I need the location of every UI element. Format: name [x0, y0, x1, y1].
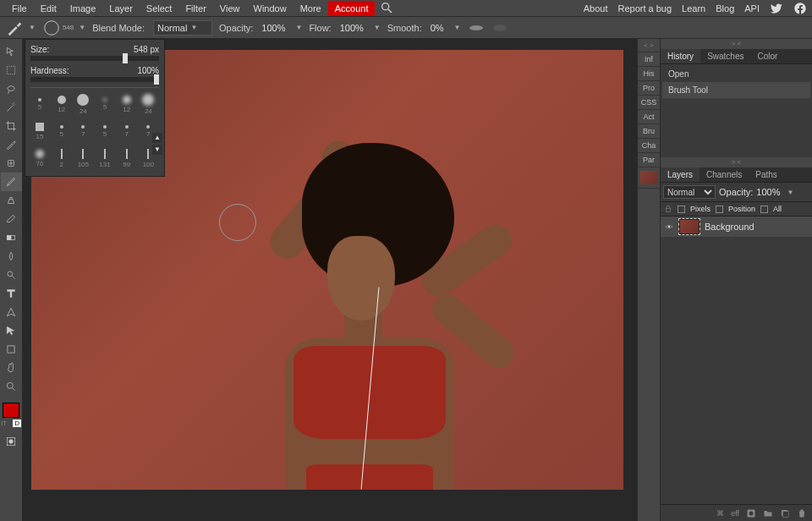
dropdown-icon[interactable]: ▼	[295, 24, 302, 31]
tab-paths[interactable]: Paths	[749, 167, 784, 182]
smooth-value[interactable]: 0%	[431, 23, 444, 33]
tab-info[interactable]: Inf	[638, 52, 660, 67]
tab-thumbnail[interactable]	[638, 167, 660, 189]
brush-size-value[interactable]: 548	[134, 45, 148, 54]
tab-actions[interactable]: Act	[638, 110, 660, 124]
eraser-tool[interactable]	[1, 210, 22, 228]
layer-row-background[interactable]: Background	[661, 217, 812, 237]
layer-name[interactable]: Background	[705, 222, 754, 232]
panel-handle[interactable]: < >	[638, 39, 660, 52]
tab-swatches[interactable]: Swatches	[700, 49, 750, 63]
brush-size-preview[interactable]: 548 ▼	[42, 19, 85, 37]
search-icon[interactable]	[380, 1, 393, 14]
link-learn[interactable]: Learn	[682, 3, 705, 14]
magic-wand-tool[interactable]	[1, 98, 22, 117]
lock-all-check[interactable]	[760, 206, 768, 213]
brush-preset[interactable]: 15	[30, 118, 49, 144]
dropdown-icon[interactable]: ▼	[787, 189, 794, 196]
history-item-brush[interactable]: Brush Tool	[662, 82, 810, 98]
tab-properties[interactable]: Pro	[638, 81, 660, 96]
zoom-tool[interactable]	[1, 377, 22, 396]
layer-blend-select[interactable]: Normal	[663, 185, 716, 199]
blend-mode-select[interactable]: Normal▼	[153, 20, 212, 36]
brush-preset[interactable]: 12	[118, 91, 136, 117]
type-tool[interactable]	[1, 284, 22, 303]
folder-icon[interactable]	[763, 508, 773, 518]
new-layer-icon[interactable]	[780, 508, 790, 518]
quick-mask-tool[interactable]	[1, 432, 22, 451]
brush-size-slider[interactable]	[30, 56, 159, 61]
path-select-tool[interactable]	[1, 321, 22, 340]
lock-pixels-check[interactable]	[678, 206, 685, 213]
pen-tool[interactable]	[1, 303, 22, 321]
move-tool[interactable]	[1, 42, 22, 61]
brush-preset[interactable]: 131	[96, 145, 114, 171]
menu-more[interactable]: More	[294, 1, 328, 16]
brush-preset[interactable]: 105	[74, 145, 92, 171]
gradient-tool[interactable]	[1, 228, 22, 247]
menu-view[interactable]: View	[213, 1, 247, 16]
lock-icon[interactable]	[664, 205, 672, 213]
opacity-value[interactable]: 100%	[261, 23, 285, 33]
effects-label[interactable]: eff	[731, 509, 739, 518]
brush-preset[interactable]: 24	[139, 91, 157, 117]
tab-histogram[interactable]: His	[638, 67, 660, 81]
brush-preset[interactable]: 5	[52, 118, 71, 144]
mask-icon[interactable]	[746, 508, 756, 518]
menu-edit[interactable]: Edit	[34, 1, 63, 16]
layer-opacity-value[interactable]: 100%	[756, 187, 780, 197]
marquee-tool[interactable]	[1, 61, 22, 80]
brush-preset[interactable]: 76	[30, 145, 49, 171]
brush-preset[interactable]: 7	[118, 118, 136, 144]
lock-position-check[interactable]	[716, 206, 723, 213]
scroll-up-icon[interactable]: ▲	[152, 133, 162, 143]
link-about[interactable]: About	[584, 3, 608, 14]
brush-preset[interactable]: 5	[96, 91, 114, 117]
menu-account[interactable]: Account	[328, 1, 376, 16]
link-api[interactable]: API	[744, 3, 760, 14]
brush-preset[interactable]: 7	[74, 118, 92, 144]
lasso-tool[interactable]	[1, 80, 22, 98]
healing-tool[interactable]	[1, 154, 22, 173]
tab-history[interactable]: History	[661, 49, 700, 63]
menu-image[interactable]: Image	[63, 1, 103, 16]
tab-layers[interactable]: Layers	[661, 167, 700, 182]
scroll-down-icon[interactable]: ▼	[152, 145, 162, 155]
menu-layer[interactable]: Layer	[102, 1, 140, 16]
dodge-tool[interactable]	[1, 266, 22, 284]
eyedropper-tool[interactable]	[1, 135, 22, 154]
default-colors-icon[interactable]: D	[13, 420, 21, 427]
shape-tool[interactable]	[1, 340, 22, 359]
facebook-icon[interactable]	[793, 2, 807, 15]
brush-preset[interactable]: 99	[118, 145, 136, 171]
dropdown-icon[interactable]: ▼	[374, 24, 381, 31]
brush-tool[interactable]	[1, 173, 22, 191]
panel-handle[interactable]: > <	[661, 39, 812, 49]
link-icon[interactable]: ⌘	[716, 509, 724, 518]
brush-preset[interactable]: 24	[74, 91, 92, 117]
menu-filter[interactable]: Filter	[178, 1, 212, 16]
brush-hardness-slider[interactable]	[30, 77, 159, 82]
layer-thumbnail[interactable]	[679, 219, 700, 234]
tab-css[interactable]: CSS	[638, 96, 660, 110]
pressure-opacity-icon[interactable]	[468, 24, 485, 32]
tab-paragraph[interactable]: Par	[638, 153, 660, 167]
hand-tool[interactable]	[1, 359, 22, 377]
brush-preview[interactable]: ▼	[5, 19, 36, 37]
brush-preset[interactable]: 5	[30, 91, 49, 117]
color-swatches[interactable]: IT D	[0, 403, 22, 427]
history-item-open[interactable]: Open	[662, 66, 810, 82]
panel-handle[interactable]: > <	[661, 157, 812, 167]
tab-channels[interactable]: Channels	[700, 167, 749, 182]
foreground-color[interactable]	[3, 403, 19, 418]
menu-select[interactable]: Select	[140, 1, 179, 16]
twitter-icon[interactable]	[770, 2, 783, 15]
blur-tool[interactable]	[1, 247, 22, 266]
brush-preset[interactable]: 2	[52, 145, 71, 171]
menu-file[interactable]: File	[5, 1, 34, 16]
tab-character[interactable]: Cha	[638, 139, 660, 153]
swap-colors-icon[interactable]: IT	[1, 420, 7, 427]
dropdown-icon[interactable]: ▼	[454, 24, 461, 31]
flow-value[interactable]: 100%	[340, 23, 364, 33]
link-blog[interactable]: Blog	[716, 3, 734, 14]
